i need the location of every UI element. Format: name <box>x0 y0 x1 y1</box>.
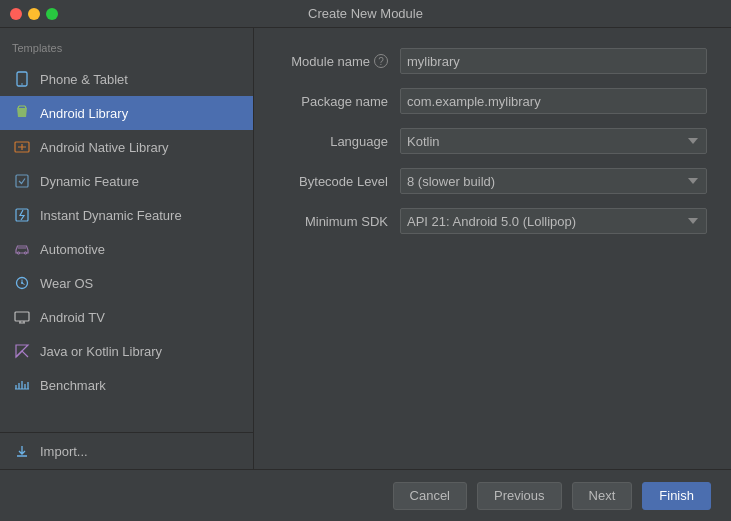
bottom-bar: Cancel Previous Next Finish <box>0 469 731 521</box>
sidebar-item-label: Android Native Library <box>40 140 169 155</box>
android-native-library-icon <box>12 137 32 157</box>
svg-rect-9 <box>15 312 29 321</box>
minimum-sdk-label: Minimum SDK <box>278 214 388 229</box>
sidebar-item-label: Automotive <box>40 242 105 257</box>
android-tv-icon <box>12 307 32 327</box>
window-controls[interactable] <box>10 8 58 20</box>
module-name-help-icon[interactable]: ? <box>374 54 388 68</box>
instant-dynamic-feature-icon <box>12 205 32 225</box>
right-panel: Module name ? Package name Language Kotl… <box>254 28 731 469</box>
dynamic-feature-icon <box>12 171 32 191</box>
import-button[interactable]: Import... <box>0 432 253 469</box>
package-name-input[interactable] <box>400 88 707 114</box>
sidebar-item-android-native-library[interactable]: Android Native Library <box>0 130 253 164</box>
language-label: Language <box>278 134 388 149</box>
sidebar-item-java-kotlin-library[interactable]: Java or Kotlin Library <box>0 334 253 368</box>
import-icon <box>12 441 32 461</box>
bytecode-level-row: Bytecode Level 8 (slower build) 7 6 <box>278 168 707 194</box>
main-content: Templates Phone & Tablet Android Library <box>0 28 731 469</box>
benchmark-icon <box>12 375 32 395</box>
wear-os-icon <box>12 273 32 293</box>
sidebar-item-label: Phone & Tablet <box>40 72 128 87</box>
java-kotlin-library-icon <box>12 341 32 361</box>
sidebar-item-automotive[interactable]: Automotive <box>0 232 253 266</box>
previous-button[interactable]: Previous <box>477 482 562 510</box>
sidebar-item-android-tv[interactable]: Android TV <box>0 300 253 334</box>
maximize-button[interactable] <box>46 8 58 20</box>
phone-tablet-icon <box>12 69 32 89</box>
sidebar: Templates Phone & Tablet Android Library <box>0 28 254 469</box>
sidebar-item-benchmark[interactable]: Benchmark <box>0 368 253 402</box>
svg-rect-3 <box>16 175 28 187</box>
package-name-label: Package name <box>278 94 388 109</box>
android-library-icon <box>12 103 32 123</box>
sidebar-item-label: Dynamic Feature <box>40 174 139 189</box>
cancel-button[interactable]: Cancel <box>393 482 467 510</box>
sidebar-item-wear-os[interactable]: Wear OS <box>0 266 253 300</box>
sidebar-item-dynamic-feature[interactable]: Dynamic Feature <box>0 164 253 198</box>
svg-point-1 <box>21 83 23 85</box>
bytecode-level-select[interactable]: 8 (slower build) 7 6 <box>400 168 707 194</box>
sidebar-item-label: Instant Dynamic Feature <box>40 208 182 223</box>
minimum-sdk-select[interactable]: API 21: Android 5.0 (Lollipop) API 22 AP… <box>400 208 707 234</box>
bytecode-level-label: Bytecode Level <box>278 174 388 189</box>
sidebar-item-phone-tablet[interactable]: Phone & Tablet <box>0 62 253 96</box>
import-label: Import... <box>40 444 88 459</box>
module-name-label: Module name ? <box>278 54 388 69</box>
dialog-title: Create New Module <box>308 6 423 21</box>
minimum-sdk-row: Minimum SDK API 21: Android 5.0 (Lollipo… <box>278 208 707 234</box>
sidebar-item-instant-dynamic-feature[interactable]: Instant Dynamic Feature <box>0 198 253 232</box>
sidebar-item-label: Java or Kotlin Library <box>40 344 162 359</box>
title-bar: Create New Module <box>0 0 731 28</box>
sidebar-item-label: Wear OS <box>40 276 93 291</box>
automotive-icon <box>12 239 32 259</box>
close-button[interactable] <box>10 8 22 20</box>
minimize-button[interactable] <box>28 8 40 20</box>
language-row: Language Kotlin Java <box>278 128 707 154</box>
package-name-row: Package name <box>278 88 707 114</box>
sidebar-item-label: Android TV <box>40 310 105 325</box>
module-name-input[interactable] <box>400 48 707 74</box>
language-select[interactable]: Kotlin Java <box>400 128 707 154</box>
next-button[interactable]: Next <box>572 482 633 510</box>
sidebar-item-label: Benchmark <box>40 378 106 393</box>
sidebar-item-label: Android Library <box>40 106 128 121</box>
module-name-row: Module name ? <box>278 48 707 74</box>
finish-button[interactable]: Finish <box>642 482 711 510</box>
templates-label: Templates <box>0 36 253 62</box>
sidebar-item-android-library[interactable]: Android Library <box>0 96 253 130</box>
